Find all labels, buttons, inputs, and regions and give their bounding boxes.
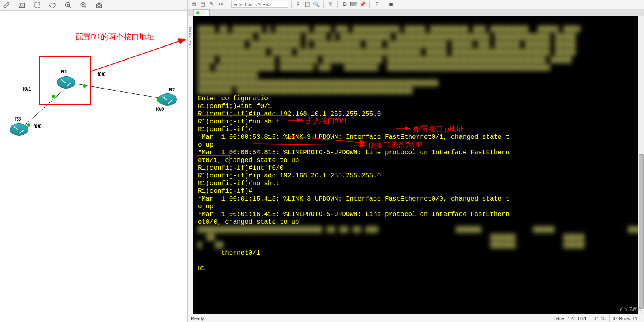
status-size: 37 Rows, 11: [609, 314, 641, 322]
if-r3-f00: f0/0: [33, 123, 42, 129]
zoom-in-icon[interactable]: [64, 1, 72, 9]
terminal-pane: ⧉ ▤ ✎ ✂ ⎘ 📋 🔍 🖶 ⚙ ⌨ 📌 ? ⏺ R1 Session Ma.…: [188, 0, 644, 322]
tb-icon-settings[interactable]: ⚙: [341, 1, 348, 8]
tb-icon-cascade[interactable]: ⧉: [190, 1, 197, 8]
host-input[interactable]: [231, 1, 288, 8]
topology-canvas[interactable]: 配置R1的两个接口地址 R1 f0/0 f0/1 R2 f0/0 R3 f0/0: [0, 11, 187, 322]
term-annotation-3: 使接口状态为UP: [368, 140, 422, 150]
tab-strip: R1: [188, 9, 644, 16]
terminal-line: R1(config-if)#int f0/0: [198, 164, 283, 172]
terminal-line: [198, 257, 202, 264]
link-dot: [27, 123, 30, 127]
term-highlight-box-1: [197, 115, 288, 124]
select-icon[interactable]: [33, 1, 41, 9]
tb-icon-tile[interactable]: ▤: [199, 1, 206, 8]
camera-icon[interactable]: [95, 1, 103, 9]
annotation-title: 配置R1的两个接口地址: [75, 32, 155, 42]
terminal-line: *Mar 1 00:01:15.415: %LINK-3-UPDOWN: Int…: [198, 195, 509, 203]
scrollbar-thumb[interactable]: [639, 154, 644, 309]
topology-pane: 配置R1的两个接口地址 R1 f0/0 f0/1 R2 f0/0 R3 f0/0: [0, 0, 188, 322]
terminal-line: R1(config-if)#: [198, 126, 252, 133]
tb-icon-copy[interactable]: ⎘: [295, 1, 302, 8]
if-r1-f01: f0/1: [23, 86, 31, 92]
oval-icon[interactable]: [49, 1, 57, 9]
zoom-out-icon[interactable]: [79, 1, 88, 9]
topology-toolbar: [0, 0, 187, 11]
link-dot: [157, 98, 160, 102]
if-r2-f00: f0/0: [156, 106, 164, 112]
term-annotation-1: 进入接口f0/1: [306, 116, 347, 126]
tb-icon-record[interactable]: ⏺: [387, 1, 395, 8]
status-protocol: Telnet: 127.0.0.1: [550, 314, 590, 322]
term-highlight-box-2: [197, 155, 230, 164]
terminal-line: *Mar 1 00:00:53.815: %LINK-3-UPDOWN: Int…: [198, 134, 509, 141]
tb-icon-note[interactable]: ✎: [208, 1, 215, 8]
terminal-scrollbar[interactable]: [638, 16, 644, 314]
svg-line-11: [91, 39, 186, 71]
tb-icon-help[interactable]: ?: [373, 1, 380, 8]
terminal-tab[interactable]: R1: [193, 9, 210, 16]
svg-point-7: [98, 4, 100, 6]
svg-rect-2: [35, 3, 40, 8]
terminal-line: R1(config-if)#ip add 192.168.20.1 255.25…: [198, 172, 381, 179]
terminal-output[interactable]: ████ ██ ███████ █ ████████ ████ ███ ████…: [193, 16, 638, 314]
terminal-line: thernet0/1: [198, 249, 260, 257]
status-ready: Ready: [191, 316, 204, 321]
tb-icon-print[interactable]: 🖶: [327, 1, 334, 8]
image-icon[interactable]: [18, 1, 26, 9]
router-r3-label: R3: [15, 116, 21, 122]
status-bar: Ready Telnet: 127.0.0.1 37, 15 37 Rows, …: [188, 314, 644, 322]
svg-point-3: [50, 3, 56, 7]
tb-icon-find[interactable]: 🔍: [313, 1, 320, 8]
annotation-arrow: [0, 11, 187, 322]
tb-icon-cut[interactable]: ✂: [217, 1, 224, 8]
terminal-line: *Mar 1 00:01:16.415: %LINEPROTO-5-UPDOWN…: [198, 211, 509, 218]
terminal-line: R1(config-if)#: [198, 188, 252, 195]
if-r1-f00: f0/0: [97, 71, 106, 77]
tb-icon-paste[interactable]: 📋: [304, 1, 311, 8]
tb-icon-keyboard[interactable]: ⌨: [350, 1, 357, 8]
term-annotation-2: 配置接口ip地址: [414, 124, 464, 134]
terminal-line: R1: [198, 265, 206, 272]
router-r1[interactable]: [57, 76, 75, 89]
router-r2-label: R2: [169, 87, 175, 93]
terminal-line: et0/0, changed state to up: [198, 218, 299, 226]
router-r3[interactable]: [10, 123, 28, 136]
router-r1-label: R1: [61, 69, 67, 75]
terminal-line: o up: [198, 141, 213, 149]
terminal-line: Enter configuratio: [198, 95, 268, 102]
link-dot: [83, 84, 86, 88]
status-cursor-pos: 37, 15: [590, 314, 609, 322]
link-dot: [52, 95, 55, 98]
terminal-line: R1(config)#int f0/1: [198, 103, 272, 110]
terminal-toolbar: ⧉ ▤ ✎ ✂ ⎘ 📋 🔍 🖶 ⚙ ⌨ 📌 ? ⏺: [188, 0, 644, 9]
tb-icon-pin[interactable]: 📌: [359, 1, 366, 8]
terminal-line: R1(config-if)#no shut: [198, 180, 280, 187]
terminal-line: *Mar 1 00:00:54.815: %LINEPROTO-5-UPDOWN…: [198, 149, 509, 156]
topology-links: [0, 11, 187, 322]
router-r2[interactable]: [158, 93, 177, 106]
session-manager-tab[interactable]: Session Ma...: [188, 16, 193, 57]
edit-icon[interactable]: [2, 1, 11, 9]
terminal-line: o up: [198, 203, 213, 210]
terminal-area: ████ ██ ███████ █ ████████ ████ ███ ████…: [193, 16, 644, 314]
